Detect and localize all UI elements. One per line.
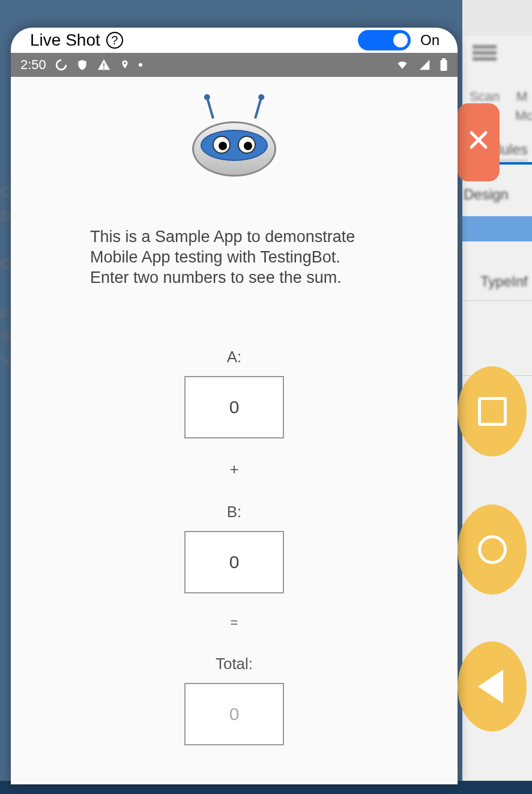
separator xyxy=(462,300,532,301)
sync-icon xyxy=(55,58,68,71)
input-total xyxy=(184,683,284,745)
square-icon xyxy=(478,397,507,426)
app-description: This is a Sample App to demonstrate Mobi… xyxy=(90,227,378,288)
warning-icon xyxy=(97,58,111,71)
battery-icon xyxy=(440,58,448,71)
android-home-button[interactable] xyxy=(458,505,527,595)
equals-operator: = xyxy=(231,615,238,631)
close-button[interactable] xyxy=(458,103,500,181)
label-total: Total: xyxy=(216,655,253,673)
label-b: B: xyxy=(227,503,242,521)
toggle-label: On xyxy=(420,32,440,49)
live-shot-toggle[interactable] xyxy=(358,30,411,50)
background-edge-text: CDCcSV xyxy=(1,180,11,372)
label-a: A: xyxy=(227,348,242,366)
background-top-strip xyxy=(462,0,532,36)
android-recent-apps-button[interactable] xyxy=(458,366,527,456)
scan-icon xyxy=(470,45,500,75)
scan-label: Scan xyxy=(470,89,500,105)
robot-logo xyxy=(192,113,276,191)
input-b[interactable] xyxy=(184,531,284,593)
svg-rect-0 xyxy=(441,60,447,71)
typeinf-label: TypeInf xyxy=(480,273,528,290)
wifi-icon xyxy=(395,59,410,71)
android-back-button[interactable] xyxy=(458,641,527,732)
signal-icon xyxy=(418,59,431,71)
panel-title: Live Shot xyxy=(30,31,100,50)
calculator-form: A: + B: = Total: xyxy=(184,348,284,745)
triangle-icon xyxy=(478,670,503,703)
help-icon[interactable]: ? xyxy=(106,32,123,49)
input-a[interactable] xyxy=(184,376,284,438)
phone-live-view: Live Shot ? On 2:50 xyxy=(11,28,458,784)
shield-icon xyxy=(76,58,88,71)
mc-label: Mc xyxy=(515,108,532,124)
selected-row-strip xyxy=(462,216,532,241)
m-label: M xyxy=(516,89,527,105)
panel-header: Live Shot ? On xyxy=(11,28,458,53)
close-icon xyxy=(468,128,489,157)
plus-operator: + xyxy=(229,460,238,479)
design-label: Design xyxy=(464,186,509,203)
status-time: 2:50 xyxy=(20,57,46,73)
dot-icon xyxy=(139,63,142,67)
svg-rect-1 xyxy=(442,58,446,60)
location-icon xyxy=(119,58,130,71)
toggle-knob xyxy=(393,33,408,47)
android-status-bar: 2:50 xyxy=(11,53,458,77)
app-content: This is a Sample App to demonstrate Mobi… xyxy=(11,77,458,784)
circle-icon xyxy=(478,535,507,564)
